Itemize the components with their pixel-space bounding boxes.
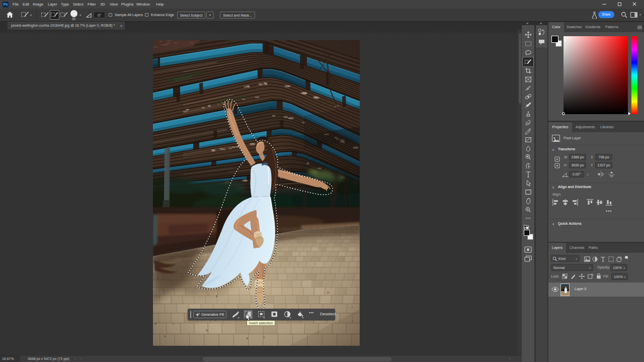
svg-text:+: + <box>56 11 58 14</box>
